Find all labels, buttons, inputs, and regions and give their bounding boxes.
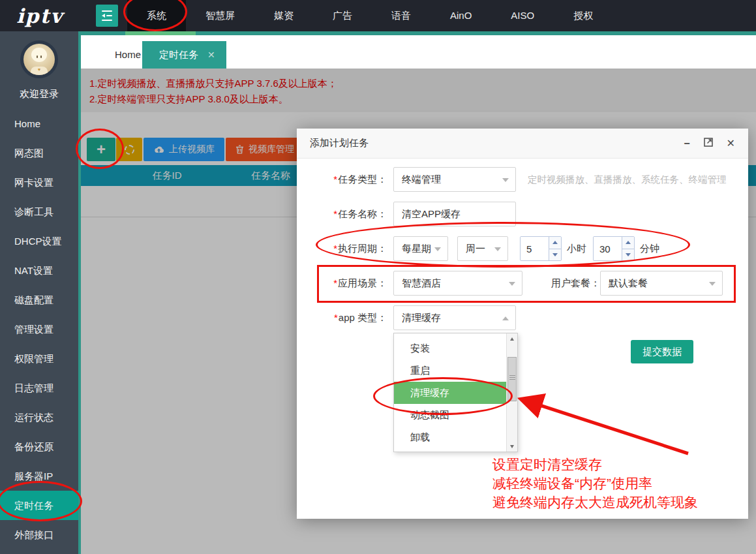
field-schedule: *执行周期： 每星期 周一 小时	[297, 236, 748, 261]
annotation-note-line-1: 设置定时清空缓存	[492, 455, 698, 474]
main-nav: 系统 智慧屏 媒资 广告 语音 AinO AISO 授权	[127, 0, 612, 31]
top-navbar: iptv 系统 智慧屏 媒资 广告 语音 AinO AISO 授权	[0, 0, 756, 31]
sidebar-item-management[interactable]: 管理设置	[0, 315, 78, 344]
nav-item-system[interactable]: 系统	[127, 0, 186, 31]
field-task-type: *任务类型： 终端管理 定时视频播放、直播播放、系统任务、终端管理	[297, 167, 748, 192]
option-clear-cache[interactable]: 清理缓存	[394, 382, 506, 404]
app-type-value: 清理缓存	[402, 312, 441, 323]
annotation-note: 设置定时清空缓存 减轻终端设备“内存”使用率 避免终端内存太大造成死机等现象	[492, 455, 698, 512]
spin-up-button[interactable]	[549, 237, 561, 249]
annotation-note-line-2: 减轻终端设备“内存”使用率	[492, 474, 698, 493]
sidebar-item-external-api[interactable]: 外部接口	[0, 520, 78, 549]
tab-close-icon[interactable]: ✕	[207, 50, 215, 60]
scene-label: *应用场景：	[297, 277, 393, 290]
modal-body: *任务类型： 终端管理 定时视频播放、直播播放、系统任务、终端管理 *任务名称：…	[297, 159, 748, 330]
scene-select[interactable]: 智慧酒店	[393, 271, 522, 296]
submit-button[interactable]: 提交数据	[631, 340, 693, 363]
task-type-value: 终端管理	[402, 174, 441, 185]
option-install[interactable]: 安装	[394, 337, 506, 360]
sidebar-toggle-button[interactable]	[96, 5, 118, 27]
period-value: 每星期	[402, 243, 431, 254]
hour-stepper	[520, 236, 562, 261]
minimize-icon[interactable]: −	[684, 138, 689, 149]
nav-item-ads[interactable]: 广告	[313, 0, 372, 31]
sidebar-item-scheduled-tasks[interactable]: 定时任务	[0, 491, 78, 520]
schedule-period-select[interactable]: 每星期	[393, 236, 448, 261]
sidebar-item-backup[interactable]: 备份还原	[0, 432, 78, 461]
sidebar-item-disk[interactable]: 磁盘配置	[0, 285, 78, 315]
nav-item-media[interactable]: 媒资	[254, 0, 313, 31]
minute-input[interactable]	[594, 237, 622, 260]
sidebar-item-network-map[interactable]: 网态图	[0, 138, 78, 168]
tab-label: 定时任务	[159, 49, 198, 61]
sidebar-item-nic-settings[interactable]: 网卡设置	[0, 168, 78, 197]
chevron-down-icon	[502, 178, 509, 182]
welcome-text: 欢迎登录	[0, 88, 78, 100]
sidebar-item-logs[interactable]: 日志管理	[0, 373, 78, 403]
arrow-down-icon	[626, 253, 631, 256]
spin-down-button[interactable]	[549, 249, 561, 261]
package-value: 默认套餐	[609, 277, 648, 288]
nav-item-license[interactable]: 授权	[554, 0, 612, 31]
task-name-label: *任务名称：	[297, 208, 393, 221]
arrow-down-icon	[552, 253, 558, 256]
maximize-icon[interactable]	[704, 138, 713, 149]
hour-input[interactable]	[521, 237, 549, 260]
app-type-select[interactable]: 清理缓存	[393, 305, 516, 330]
sidebar: 欢迎登录 Home 网态图 网卡设置 诊断工具 DHCP设置 NAT设置 磁盘配…	[0, 31, 78, 554]
add-task-modal: 添加计划任务 − ✕ *任务类型： 终端管理 定时视频播放、直播播放、系统任务、…	[297, 129, 748, 519]
arrow-up-icon	[552, 241, 558, 244]
nav-item-aino[interactable]: AinO	[431, 0, 491, 31]
task-type-hint: 定时视频播放、直播播放、系统任务、终端管理	[528, 174, 727, 186]
day-value: 周一	[466, 243, 485, 254]
hour-unit-label: 小时	[567, 243, 586, 255]
avatar-face	[23, 44, 55, 75]
nav-item-smartscreen[interactable]: 智慧屏	[186, 0, 254, 31]
scrollbar-thumb[interactable]	[507, 357, 517, 401]
sidebar-item-status[interactable]: 运行状态	[0, 403, 78, 432]
sidebar-item-diagnostics[interactable]: 诊断工具	[0, 197, 78, 226]
chevron-up-icon	[502, 316, 509, 320]
sidebar-item-dhcp[interactable]: DHCP设置	[0, 226, 78, 256]
spin-up-button[interactable]	[622, 237, 634, 249]
schedule-day-select[interactable]: 周一	[457, 236, 508, 261]
task-name-input[interactable]	[393, 202, 516, 226]
hour-spin-buttons	[549, 237, 561, 260]
field-app-type: *app 类型： 清理缓存	[297, 305, 748, 330]
collapse-menu-icon	[102, 10, 112, 21]
avatar	[20, 40, 58, 78]
schedule-label: *执行周期：	[297, 243, 393, 255]
scroll-up-button[interactable]	[507, 333, 517, 344]
scroll-down-button[interactable]	[507, 441, 517, 452]
package-label: 用户套餐：	[551, 277, 600, 290]
chevron-down-icon	[709, 282, 716, 286]
spin-down-button[interactable]	[622, 249, 634, 261]
app-type-dropdown: 安装 重启 清理缓存 动态截图 卸载	[393, 333, 518, 452]
sidebar-item-permissions[interactable]: 权限管理	[0, 344, 78, 373]
tab-bar: Home 定时任务 ✕	[81, 35, 756, 69]
task-type-select[interactable]: 终端管理	[393, 167, 516, 192]
close-icon[interactable]: ✕	[727, 138, 735, 149]
minute-stepper	[593, 236, 635, 261]
active-nav-indicator	[125, 31, 196, 35]
field-scene: *应用场景： 智慧酒店 用户套餐： 默认套餐	[297, 271, 748, 296]
nav-item-aiso[interactable]: AISO	[491, 0, 554, 31]
nav-item-voice[interactable]: 语音	[372, 0, 431, 31]
sidebar-item-server-ip[interactable]: 服务器IP	[0, 461, 78, 491]
chevron-down-icon	[434, 247, 441, 251]
modal-header[interactable]: 添加计划任务 − ✕	[297, 129, 748, 159]
navbar-accent-strip	[78, 31, 756, 35]
sidebar-item-nat[interactable]: NAT设置	[0, 256, 78, 285]
option-uninstall[interactable]: 卸载	[394, 426, 506, 448]
option-restart[interactable]: 重启	[394, 360, 506, 382]
scene-value: 智慧酒店	[402, 277, 441, 288]
arrow-up-icon	[626, 241, 631, 244]
sidebar-item-home[interactable]: Home	[0, 109, 78, 138]
option-dynamic-screenshot[interactable]: 动态截图	[394, 404, 506, 426]
tab-scheduled-tasks[interactable]: 定时任务 ✕	[142, 41, 226, 69]
task-type-label: *任务类型：	[297, 174, 393, 186]
chevron-down-icon	[494, 247, 501, 251]
dropdown-scrollbar[interactable]	[506, 333, 517, 452]
app-logo: iptv	[0, 5, 80, 27]
package-select[interactable]: 默认套餐	[600, 271, 723, 296]
